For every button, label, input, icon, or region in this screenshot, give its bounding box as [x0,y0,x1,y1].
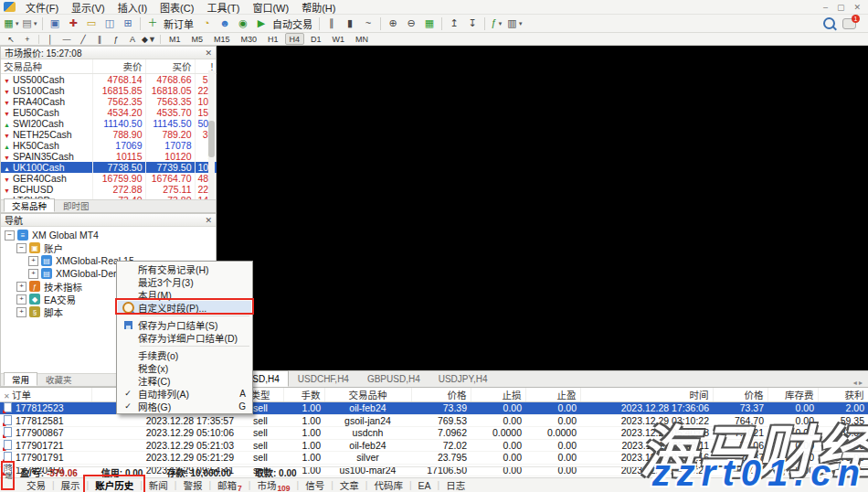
market-watch-scrollbar[interactable] [208,70,215,204]
indicators-menu-button[interactable]: ƒ▼ [489,16,505,31]
data-window-toggle[interactable]: ⊞ [120,16,136,31]
tree-item[interactable]: −≡XM Global MT4 [1,229,216,241]
expand-icon[interactable]: + [28,256,38,266]
column-header[interactable]: 库存费 [767,388,818,402]
vertical-line-tool[interactable]: │ [43,34,58,45]
timeframe-h1[interactable]: H1 [263,33,283,45]
expand-icon[interactable]: + [16,294,26,305]
menubar-item[interactable]: 图表(C) [153,0,200,16]
market-watch-row[interactable]: ▼SPAIN35Cash10115101205 [1,151,217,162]
terminal-tab-新闻[interactable]: 新闻 [143,478,175,492]
column-header[interactable]: ✕ 订单 [0,388,91,402]
market-watch-row[interactable]: ▼BCHUSD272.88275.11223 [1,184,217,195]
terminal-tab-市场[interactable]: 市场109 [250,478,296,492]
menubar-item[interactable]: 窗口(W) [246,0,295,16]
new-order-button-label[interactable]: 新订单 [164,16,194,31]
timeframe-m15[interactable]: M15 [209,33,235,45]
expand-icon[interactable]: + [16,282,26,292]
autotrade-button[interactable]: ▶ [253,16,270,31]
market-watch-tab[interactable]: 交易品种 [4,198,55,212]
periods-menu-button[interactable]: ▥▼ [507,16,524,31]
tab-scroll-arrows[interactable]: ◂ ▸ [853,379,868,387]
channel-tool[interactable]: ∥ [92,34,107,45]
market-watch-row[interactable]: ▼US500Cash4768.144768.6652 [1,74,217,86]
cursor-move-icon[interactable]: ✚ [65,16,81,31]
fibonacci-tool[interactable]: ƒ [109,34,123,45]
column-header[interactable]: 止损 [471,388,525,402]
menu-item-33[interactable]: 最近3个月(3) [118,275,251,288]
chart-tab-USDJPY[interactable]: USDJPY,H4 [429,370,497,387]
profiles-button[interactable]: ▤▼ [22,16,38,31]
new-order-button[interactable]: ＋ [144,16,161,31]
autotrade-button-label[interactable]: 自动交易 [272,16,312,31]
menubar-item[interactable]: 插入(I) [111,0,153,16]
text-tool[interactable]: A [125,34,140,45]
arrange-down-button[interactable]: ↧ [464,16,481,31]
close-icon[interactable]: ✕ [4,392,12,401]
terminal-tab-日志[interactable]: 日志 [439,478,471,492]
timeframe-h4[interactable]: H4 [285,33,305,45]
market-watch-row[interactable]: ▼FRA40Cash7562.357563.35100 [1,96,217,107]
menubar-item[interactable]: 文件(F) [19,0,65,16]
scrollbar-thumb[interactable] [208,121,215,157]
terminal-tab-EA[interactable]: EA [412,480,438,491]
menu-item-C[interactable]: 注释(C) [118,374,251,387]
navigator-tab[interactable]: 常用 [4,372,37,386]
terminal-tab-警报[interactable]: 警报 [176,478,208,492]
restore-button[interactable]: ▢ [837,3,845,12]
collapse-icon[interactable]: − [5,230,15,241]
timeframe-m30[interactable]: M30 [237,33,262,45]
horizontal-line-tool[interactable]: — [59,34,74,45]
trendline-tool[interactable]: ╱ [76,34,90,45]
menu-item-P[interactable]: 自定义时段(P)... [118,301,251,314]
notifications-icon[interactable]: 1 [842,18,856,29]
terminal-tab-账户历史[interactable]: 账户历史 [89,478,140,492]
column-header[interactable]: 止盈 [525,388,580,402]
arrange-up-button[interactable]: ↥ [446,16,462,31]
terminal-tab-文章[interactable]: 文章 [333,478,365,492]
zoom-in-button[interactable]: ⊕ [385,16,401,31]
market-watch-row[interactable]: ▼NETH25Cash788.90789.2030 [1,129,217,140]
column-header[interactable]: 价格 [713,388,767,402]
templates-folder-icon[interactable]: ▭ [83,16,100,31]
menubar-item[interactable]: 工具(T) [200,0,246,16]
candlestick-mode[interactable]: ▮ [342,16,358,31]
web-terminal-icon[interactable]: ◉ [235,16,251,31]
mql5-community-icon[interactable]: ☻ [217,16,233,31]
column-header[interactable]: 获利 [818,388,868,402]
close-button[interactable]: ✕ [853,3,861,12]
bar-chart-mode[interactable]: ∥ [323,16,340,31]
menu-item-A[interactable]: ✓自动排列(A)A [118,387,251,400]
market-watch-row[interactable]: ▼EU50Cash4534.204535.70150 [1,107,217,118]
column-header[interactable]: 手数 [283,388,324,402]
close-icon[interactable]: ✕ [205,216,212,225]
terminal-tab-信号[interactable]: 信号 [299,478,331,492]
terminal-tab-代码库[interactable]: 代码库 [367,478,409,492]
new-chart-button[interactable]: ▦▼ [4,16,20,31]
timeframe-m1[interactable]: M1 [164,33,185,45]
navigator-tab[interactable]: 收藏夹 [37,372,80,386]
chart-tab-GBPUSD[interactable]: GBPUSD,H4 [358,370,429,387]
terminal-tab-展示[interactable]: 展示 [55,478,87,492]
column-header[interactable]: 价格 [411,388,471,402]
market-watch-row[interactable]: ▲HK50Cash17069170789 [1,140,217,151]
zoom-out-button[interactable]: ⊖ [403,16,419,31]
crosshair-tool[interactable]: + [20,34,35,45]
line-chart-mode[interactable]: ~ [360,16,376,31]
market-watch-row[interactable]: ▲UK100Cash7738.507739.50100 [1,162,217,173]
collapse-icon[interactable]: − [16,243,26,253]
menu-item-M[interactable]: 本月(M) [118,288,251,301]
close-icon[interactable]: ✕ [205,48,212,58]
column-header[interactable]: 交易品种 [324,388,411,402]
expand-icon[interactable]: + [16,307,26,317]
timeframe-d1[interactable]: D1 [306,33,326,45]
menu-item-D[interactable]: 保存为详细户口结单(D) [118,331,251,344]
history-center-icon[interactable]: ◔ [198,16,215,31]
market-watch-row[interactable]: ▼US100Cash16815.8516818.05220 [1,85,217,96]
timeframe-m5[interactable]: M5 [187,33,208,45]
chart-tab-USDCHF[interactable]: USDCHF,H4 [289,370,358,387]
terminal-tab-交易[interactable]: 交易 [20,478,52,492]
menu-item-S[interactable]: 保存为户口结单(S) [118,318,251,331]
market-watch-row[interactable]: ▲SWI20Cash11140.5011145.50500 [1,118,217,129]
minimize-button[interactable]: – [823,3,828,12]
